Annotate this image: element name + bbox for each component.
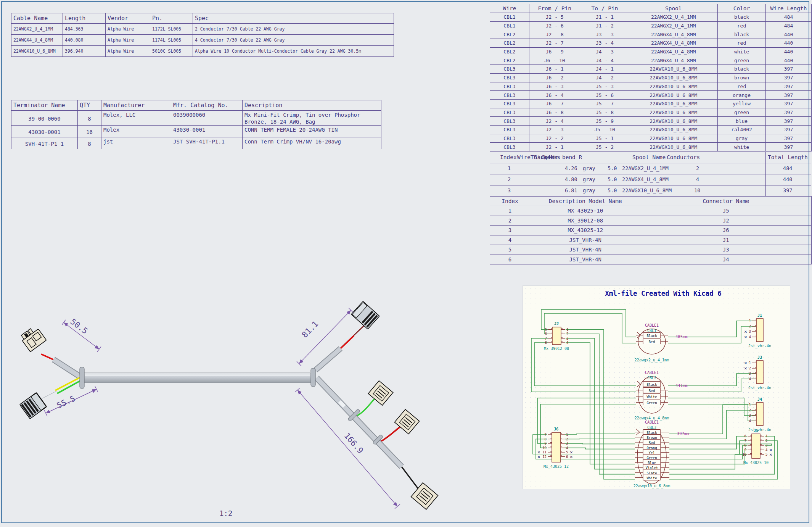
spool-min-bend: 5.0 [608, 187, 617, 193]
connector-j2-pins-left: 5678 [545, 328, 552, 345]
cable-color-label: White [646, 395, 657, 399]
table-cell: 22AWGX4_U_4_8MM [11, 35, 63, 46]
cable-table: Cable Name Length Vendor Pn. Spec 22AWGX… [11, 13, 394, 57]
pin-number: 3 [566, 337, 568, 340]
table-row: SVH-41T-P1_18jstJST SVH-41T-P1.1Conn Ter… [11, 137, 381, 149]
table-cell: 4 Conductor 7/30 Cable 22 AWG Gray [193, 35, 394, 46]
col-header: Wire Length [766, 4, 812, 13]
table-cell: J2 - 4 [529, 117, 580, 126]
col-header: Description [243, 100, 381, 111]
table-cell: CONN TERM FEMALE 20-24AWG TIN [243, 126, 381, 137]
table-row: CBL3J2 - 2J5 - 122AWGX10_U_6_8MMgray397 [490, 134, 812, 143]
no-connect-icon: ✕ [570, 455, 573, 459]
pin-number: 9 [545, 442, 547, 445]
col-header: Terminator Name [11, 100, 78, 111]
table-cell: J1 [641, 235, 812, 245]
spool-thickness: 4.80 [565, 176, 577, 182]
table-cell: 397 [766, 143, 812, 151]
table-cell: 8 [78, 137, 101, 149]
connector-model: Mx_39012-08 [544, 346, 569, 351]
pin-number: 4 [749, 419, 751, 423]
col-header: Min bend R [549, 154, 582, 160]
table-row: CBL3J6 - 8J5 - 822AWGX10_U_6_8MMgreen397 [490, 108, 812, 117]
schematic-canvas: Xml-file Created With Kicad 6 [523, 286, 791, 490]
pin-number: 1 [749, 361, 751, 365]
col-header: Wire [490, 4, 529, 13]
pin-number: 8 [545, 341, 547, 345]
table-cell: CBL3 [490, 65, 529, 74]
table-cell: CBL3 [490, 73, 529, 82]
cable-color-label: Blue [648, 461, 656, 465]
table-cell: 397 [766, 73, 812, 82]
connector-j3-pins: 1✕2✕34 [744, 361, 756, 381]
harness-drawing-sheet: Cable Name Length Vendor Pn. Spec 22AWGX… [0, 0, 812, 527]
cable-color-label: Red [649, 340, 655, 344]
spool-color: gray [583, 165, 595, 171]
table-cell: red [718, 21, 766, 30]
pin-number: 12 [542, 455, 547, 459]
table-cell: CBL3 [490, 143, 529, 151]
pin-number: 6 [545, 332, 547, 336]
table-row: CBL3J2 - 4J5 - 922AWGX10_U_6_8MMblue397 [490, 117, 812, 126]
table-cell: black [718, 65, 766, 74]
table-cell: J6 - 2 [529, 73, 580, 82]
table-cell: JST SVH-41T-P1.1 [171, 137, 243, 149]
table-cell: J2 - 7 [529, 39, 580, 48]
cable-name: CBL2 [647, 376, 656, 380]
table-cell: 397 [766, 134, 812, 143]
pin-number: 1 [765, 434, 767, 438]
table-row: CBL2J6 - 10J4 - 422AWGX4_U_4_8MMgreen440 [490, 56, 812, 65]
table-cell: jst [101, 137, 171, 149]
spool-name: 22AWGX2_U_4_1MM [622, 165, 669, 171]
table-cell: 43030-0001 [171, 126, 243, 137]
col-header: Manufacturer [101, 100, 171, 111]
table-cell: J5 - 2 [580, 143, 630, 151]
table-cell: 397 [766, 99, 812, 108]
table-cell: CBL2 [490, 47, 529, 56]
table-cell: ral4002 [718, 125, 766, 134]
table-cell: 397 [766, 65, 812, 74]
pin-number: 1 [749, 319, 751, 323]
table-cell: 22AWGX10_U_6_8MM [630, 117, 718, 126]
cable-spool: 22awgx2_u_4_1mm [635, 358, 669, 363]
cable-color-label: Black [646, 334, 657, 338]
table-header-row: Index Description Model Name Connector N… [490, 197, 812, 206]
table-cell: 22AWGX10_U_6_8MM [630, 125, 718, 134]
table-cell: J3 [641, 245, 812, 255]
table-cell: J1 - 1 [580, 13, 630, 22]
spool-total-length: 440 [783, 176, 792, 182]
table-cell: J6 - 1 [529, 65, 580, 74]
connector-model: Jst_vhr-4n [748, 344, 771, 348]
table-cell: J3 - 4 [580, 39, 630, 48]
col-header: Cable Name [11, 13, 63, 24]
harness-3d-drawing: 50.5 55.5 81.1 166.9 1:2 [8, 214, 458, 523]
table-cell: Molex [101, 126, 171, 137]
pin-number: 3 [566, 442, 568, 445]
table-cell: 397 [766, 117, 812, 126]
table-cell: 22AWGX10_U_6_8MM [630, 82, 718, 91]
table-cell: black [718, 30, 766, 39]
pin-number: 2 [749, 324, 751, 328]
cable-color-label: Slate [646, 471, 657, 475]
table-row: 3MX_43025-12J6 [490, 226, 812, 235]
table-divider [490, 185, 811, 185]
col-header: QTY [78, 100, 101, 111]
table-cell: 484 [766, 13, 812, 22]
col-header: Total Length [768, 154, 808, 160]
col-header: Pn. [150, 13, 193, 24]
pin-number: 5 [765, 453, 767, 456]
cable-color-label: Violet [646, 466, 658, 470]
table-cell: J6 - 4 [529, 91, 580, 100]
cable-label: CABLE1 [645, 323, 659, 327]
col-header: Connector Name [641, 197, 812, 206]
table-cell: CBL3 [490, 125, 529, 134]
table-row: CBL2J6 - 9J4 - 322AWGX4_U_4_8MMwhite440 [490, 47, 812, 56]
table-cell: orange [718, 91, 766, 100]
table-cell: 22AWGX2_U_4_1MM [630, 21, 718, 30]
table-cell: CBL3 [490, 117, 529, 126]
table-cell: 1174L SL005 [150, 35, 193, 46]
table-cell: JST_VHR-4N [530, 235, 641, 245]
connector-model: Jst_vhr-4n [748, 428, 771, 432]
table-cell: J4 - 2 [580, 73, 630, 82]
table-cell: 1 [490, 206, 530, 216]
